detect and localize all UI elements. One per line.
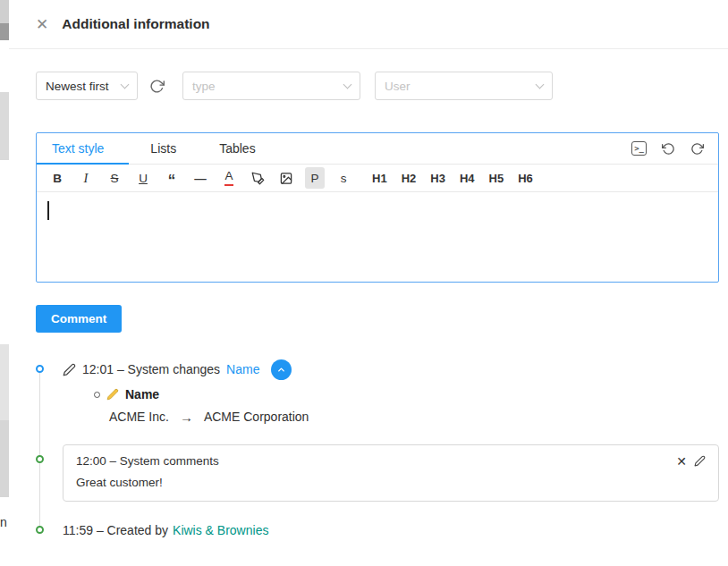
sort-order-select[interactable]: Newest first [36,72,138,100]
tab-lists[interactable]: Lists [129,133,198,164]
chevron-down-icon [343,80,352,89]
timeline-item-comment: 12:00 – System comments ✕ Great customer… [36,444,719,502]
new-value: ACME Corporation [204,410,309,424]
heading1-button[interactable]: H1 [369,167,390,189]
source-code-icon: >_ [631,141,647,156]
text-color-label: A [224,170,233,186]
chevron-up-icon [276,365,286,375]
comment-card-title: 12:00 – System comments [76,454,219,468]
heading2-button[interactable]: H2 [399,167,419,189]
tab-text-style[interactable]: Text style [37,133,129,164]
timeline-bullet-green [36,455,44,463]
delete-comment-icon[interactable]: ✕ [676,455,687,468]
paragraph-button[interactable]: P [305,167,325,189]
redo-button[interactable] [690,142,704,156]
edit-comment-icon[interactable] [694,455,706,467]
pencil-icon [63,363,76,376]
background-block [0,92,9,160]
redo-icon [690,142,704,156]
tab-tables-label: Tables [219,141,255,156]
comment-card: 12:00 – System comments ✕ Great customer… [63,444,719,502]
background-page-edge: n [0,0,9,566]
change-values-row: ACME Inc. → ACME Corporation [109,407,719,427]
change-field-row: Name [94,385,719,403]
chevron-down-icon [536,80,545,89]
italic-button[interactable]: I [76,167,96,189]
undo-icon [662,142,675,156]
change-summary-row: 12:01 – System changes Name [63,358,719,381]
created-by-link[interactable]: Kiwis & Brownies [173,523,268,537]
highlight-pen-icon [251,172,265,185]
arrow-right-icon: → [180,410,193,425]
timeline-item-created: 11:59 – Created by Kiwis & Brownies [36,521,719,539]
background-block [0,420,9,497]
changed-field-link[interactable]: Name [226,362,259,376]
sort-order-value: Newest first [46,80,109,93]
created-row: 11:59 – Created by Kiwis & Brownies [63,521,719,539]
highlight-pen-button[interactable] [248,167,267,189]
panel-title: Additional information [62,16,209,32]
additional-information-panel: ✕ Additional information Newest first ty… [9,0,728,566]
tab-lists-label: Lists [150,141,176,156]
comment-card-header: 12:00 – System comments ✕ [76,454,706,468]
created-text: 11:59 – Created by [63,523,168,537]
type-filter-placeholder: type [192,80,216,93]
activity-timeline: 12:01 – System changes Name Name ACME In… [36,358,719,539]
background-block [0,344,9,420]
old-value: ACME Inc. [109,410,169,424]
timeline-bullet-green [36,526,44,534]
user-filter-select[interactable]: User [375,72,553,100]
source-code-button[interactable]: >_ [631,141,647,156]
editor-toolbar: B I S U “ — A P s H1 H2 H3 H4 H5 H6 [37,165,718,192]
strikethrough-button[interactable]: S [105,167,124,189]
small-text-button[interactable]: s [334,167,353,189]
refresh-icon [149,79,165,94]
timeline-bullet-blue [36,365,44,373]
user-filter-placeholder: User [385,80,411,93]
undo-button[interactable] [662,142,675,156]
tab-tables[interactable]: Tables [198,133,276,164]
comment-card-actions: ✕ [676,455,706,468]
blockquote-button[interactable]: “ [162,167,182,189]
changed-field-name: Name [125,387,159,401]
background-clipped-text: n [0,515,9,529]
type-filter-select[interactable]: type [182,72,360,100]
underline-button[interactable]: U [133,167,153,189]
tab-text-style-label: Text style [52,141,104,156]
horizontal-rule-button[interactable]: — [190,167,210,189]
sub-bullet [94,392,100,398]
heading5-button[interactable]: H5 [487,167,507,189]
text-caret [47,201,49,220]
editor-tab-icons: >_ [631,141,718,156]
editor-tabs: Text style Lists Tables >_ [37,133,718,165]
timeline-item-change: 12:01 – System changes Name Name ACME In… [36,358,719,427]
pencil-yellow-icon [106,388,119,401]
refresh-button[interactable] [143,72,170,99]
change-summary-text: 12:01 – System changes [82,362,220,376]
editor-content-area[interactable] [37,192,718,282]
image-icon [279,172,293,185]
comment-editor: Text style Lists Tables >_ B [36,132,719,283]
panel-header: ✕ Additional information [9,0,728,49]
background-block [0,23,9,40]
insert-image-button[interactable] [276,167,296,189]
close-icon[interactable]: ✕ [36,17,48,32]
chevron-down-icon [121,80,130,89]
collapse-details-button[interactable] [271,359,292,380]
heading6-button[interactable]: H6 [515,167,536,189]
comment-card-body: Great customer! [76,476,706,489]
bold-button[interactable]: B [47,167,67,189]
text-color-button[interactable]: A [219,167,239,189]
filter-bar: Newest first type User [36,72,701,100]
heading3-button[interactable]: H3 [427,167,448,189]
comment-button[interactable]: Comment [36,305,122,333]
heading4-button[interactable]: H4 [457,167,478,189]
